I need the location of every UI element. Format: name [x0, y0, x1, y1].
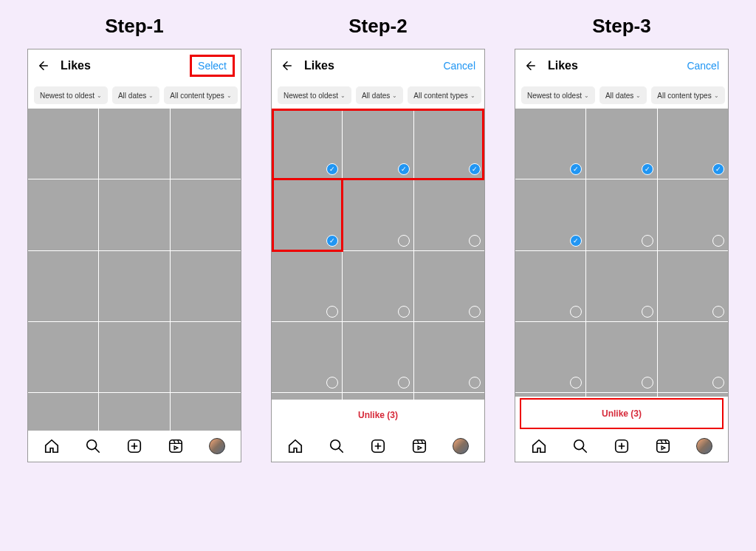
- search-icon[interactable]: [329, 438, 345, 454]
- check-icon: [326, 377, 338, 389]
- check-icon: [570, 377, 582, 389]
- grid-cell[interactable]: ✓: [414, 109, 484, 179]
- filter-dates[interactable]: All dates⌄: [356, 86, 403, 104]
- add-post-icon[interactable]: [126, 438, 142, 454]
- grid-cell[interactable]: [272, 322, 342, 392]
- grid-cell[interactable]: [343, 393, 413, 400]
- grid-cell[interactable]: [586, 251, 656, 321]
- check-icon: [642, 235, 653, 247]
- profile-avatar[interactable]: [696, 438, 712, 454]
- grid-cell[interactable]: [28, 322, 98, 392]
- grid-cell[interactable]: [28, 393, 98, 431]
- grid-cell[interactable]: [28, 109, 98, 179]
- profile-avatar[interactable]: [453, 438, 469, 454]
- grid-cell[interactable]: [658, 322, 728, 392]
- cancel-button[interactable]: Cancel: [443, 60, 475, 72]
- grid-cell[interactable]: [586, 179, 656, 250]
- grid-cell[interactable]: [171, 322, 241, 392]
- grid-cell[interactable]: [414, 251, 484, 321]
- grid-cell[interactable]: [171, 251, 241, 321]
- likes-grid: [28, 109, 241, 431]
- grid-cell[interactable]: [99, 109, 169, 179]
- page-title: Likes: [548, 59, 578, 72]
- grid-cell[interactable]: [171, 109, 241, 179]
- grid-cell[interactable]: [171, 179, 241, 250]
- select-button[interactable]: Select: [190, 55, 235, 77]
- check-icon: [326, 306, 338, 318]
- grid-cell[interactable]: [99, 179, 169, 250]
- chevron-down-icon: ⌄: [636, 92, 641, 99]
- grid-cell[interactable]: ✓: [658, 109, 728, 179]
- grid-cell[interactable]: ✓: [515, 179, 585, 250]
- grid-cell[interactable]: ✓: [343, 109, 413, 179]
- reels-icon[interactable]: [655, 438, 671, 454]
- home-icon[interactable]: [44, 438, 60, 454]
- grid-cell[interactable]: [343, 179, 413, 250]
- home-icon[interactable]: [287, 438, 303, 454]
- chevron-down-icon: ⌄: [227, 92, 232, 99]
- unlike-button[interactable]: Unlike (3): [272, 400, 484, 431]
- phone-frame-step3: Likes Cancel Newest to oldest⌄ All dates…: [515, 49, 729, 462]
- search-icon[interactable]: [85, 438, 101, 454]
- grid-cell[interactable]: [343, 251, 413, 321]
- grid-cell[interactable]: [658, 179, 728, 250]
- chevron-down-icon: ⌄: [714, 92, 719, 99]
- grid-cell[interactable]: [343, 322, 413, 392]
- grid-cell[interactable]: [99, 322, 169, 392]
- check-icon: [469, 306, 481, 318]
- search-icon[interactable]: [572, 438, 588, 454]
- back-icon[interactable]: [524, 59, 537, 72]
- filter-content[interactable]: All content types⌄: [164, 86, 237, 104]
- likes-grid: ✓ ✓ ✓ ✓: [515, 109, 728, 397]
- back-icon[interactable]: [37, 59, 50, 72]
- grid-cell[interactable]: [28, 251, 98, 321]
- filter-content[interactable]: All content types⌄: [651, 86, 724, 104]
- grid-cell[interactable]: [515, 322, 585, 392]
- check-icon: ✓: [642, 163, 653, 175]
- grid-cell[interactable]: [414, 179, 484, 250]
- chevron-down-icon: ⌄: [97, 92, 102, 99]
- check-icon: [642, 306, 653, 318]
- add-post-icon[interactable]: [370, 438, 386, 454]
- reels-icon[interactable]: [168, 438, 184, 454]
- grid-cell[interactable]: [658, 393, 728, 397]
- grid-cell[interactable]: ✓: [272, 179, 342, 250]
- check-icon: [570, 306, 582, 318]
- filter-sort[interactable]: Newest to oldest⌄: [278, 86, 351, 104]
- back-icon[interactable]: [281, 59, 294, 72]
- grid-cell[interactable]: [272, 251, 342, 321]
- unlike-button[interactable]: Unlike (3): [520, 398, 724, 429]
- grid-cell[interactable]: [515, 393, 585, 397]
- grid-cell[interactable]: [414, 322, 484, 392]
- chevron-down-icon: ⌄: [148, 92, 154, 99]
- filter-sort[interactable]: Newest to oldest⌄: [521, 86, 595, 104]
- filter-dates[interactable]: All dates⌄: [599, 86, 647, 104]
- bottom-nav: [515, 431, 728, 462]
- grid-cell[interactable]: ✓: [272, 109, 342, 179]
- svg-rect-2: [170, 440, 182, 453]
- grid-cell[interactable]: [586, 393, 656, 397]
- cancel-button[interactable]: Cancel: [687, 60, 719, 72]
- filter-content[interactable]: All content types⌄: [408, 86, 481, 104]
- filter-sort[interactable]: Newest to oldest⌄: [34, 86, 108, 104]
- filter-dates[interactable]: All dates⌄: [112, 86, 159, 104]
- grid-cell[interactable]: [99, 251, 169, 321]
- phone-frame-step1: Likes Select Newest to oldest⌄ All dates…: [27, 49, 241, 462]
- grid-cell[interactable]: [171, 393, 241, 431]
- chevron-down-icon: ⌄: [392, 92, 397, 99]
- grid-cell[interactable]: [28, 179, 98, 250]
- profile-avatar[interactable]: [209, 438, 225, 454]
- check-icon: [712, 235, 724, 247]
- grid-cell[interactable]: ✓: [586, 109, 656, 179]
- add-post-icon[interactable]: [614, 438, 630, 454]
- grid-cell[interactable]: [515, 251, 585, 321]
- grid-cell[interactable]: [414, 393, 484, 400]
- reels-icon[interactable]: [411, 438, 427, 454]
- grid-cell[interactable]: [586, 322, 656, 392]
- likes-grid: ✓ ✓ ✓ ✓: [272, 109, 484, 400]
- home-icon[interactable]: [531, 438, 547, 454]
- grid-cell[interactable]: [99, 393, 169, 431]
- grid-cell[interactable]: [272, 393, 342, 400]
- grid-cell[interactable]: [658, 251, 728, 321]
- grid-cell[interactable]: ✓: [515, 109, 585, 179]
